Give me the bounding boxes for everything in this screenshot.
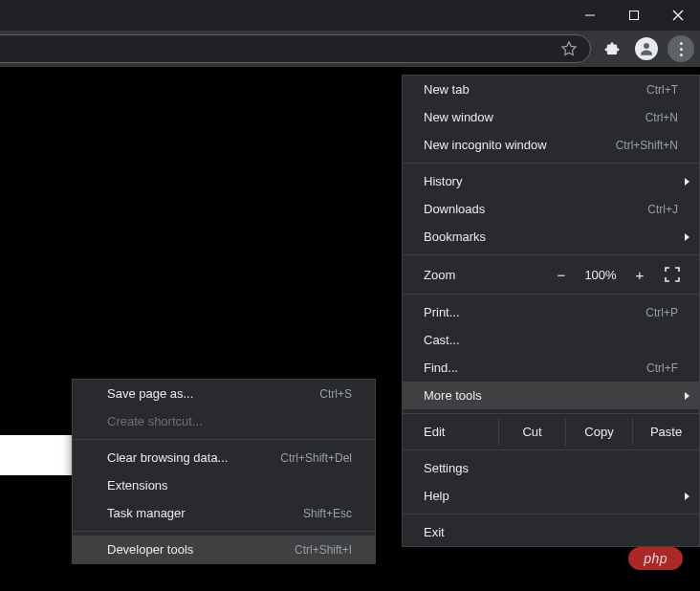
title-bar [0, 0, 700, 31]
chevron-right-icon [685, 233, 689, 241]
submenu-developer-tools[interactable]: Developer tools Ctrl+Shift+I [73, 536, 375, 563]
close-icon [672, 10, 684, 21]
menu-new-window[interactable]: New window Ctrl+N [403, 103, 699, 131]
more-vert-icon [680, 42, 683, 56]
menu-more-tools[interactable]: More tools [403, 382, 699, 409]
menu-shortcut: Ctrl+Shift+I [295, 543, 352, 557]
menu-find[interactable]: Find... Ctrl+F [403, 354, 699, 382]
menu-shortcut: Ctrl+P [645, 306, 678, 319]
menu-label: New incognito window [424, 138, 547, 152]
menu-label: Help [424, 489, 449, 503]
menu-separator [403, 514, 699, 514]
submenu-save-page[interactable]: Save page as... Ctrl+S [73, 380, 375, 407]
avatar [635, 37, 658, 60]
svg-point-4 [644, 43, 649, 49]
chevron-right-icon [685, 178, 689, 186]
minimize-icon [584, 10, 596, 21]
menu-label: History [424, 174, 462, 188]
minimize-button[interactable] [568, 0, 612, 31]
menu-label: Cast... [424, 333, 460, 347]
page-fragment [0, 435, 72, 475]
paste-button[interactable]: Paste [632, 418, 699, 446]
menu-label: Print... [424, 305, 460, 319]
menu-shortcut: Ctrl+Shift+Del [280, 451, 352, 465]
menu-shortcut: Shift+Esc [303, 507, 352, 520]
submenu-task-manager[interactable]: Task manager Shift+Esc [73, 499, 375, 527]
menu-print[interactable]: Print... Ctrl+P [403, 298, 699, 326]
menu-label: Clear browsing data... [107, 450, 228, 465]
menu-label: More tools [424, 388, 482, 403]
menu-separator [73, 439, 375, 440]
more-tools-submenu: Save page as... Ctrl+S Create shortcut..… [72, 379, 376, 564]
menu-separator [403, 163, 699, 164]
fullscreen-icon [665, 267, 680, 282]
profile-button[interactable] [633, 35, 660, 62]
menu-cast[interactable]: Cast... [403, 326, 699, 354]
fullscreen-button[interactable] [659, 265, 686, 284]
menu-shortcut: Ctrl+Shift+N [616, 139, 678, 152]
menu-zoom-row: Zoom − 100% + [403, 259, 699, 290]
menu-shortcut: Ctrl+S [319, 387, 352, 401]
menu-shortcut: Ctrl+N [645, 111, 678, 124]
menu-history[interactable]: History [403, 167, 699, 195]
menu-shortcut: Ctrl+F [646, 361, 678, 375]
menu-label: Create shortcut... [107, 414, 203, 428]
zoom-out-button[interactable]: − [546, 267, 577, 283]
menu-label: Save page as... [107, 386, 193, 401]
extensions-button[interactable] [599, 35, 625, 62]
browser-toolbar [0, 31, 700, 67]
menu-label: New window [424, 110, 493, 124]
submenu-extensions[interactable]: Extensions [73, 471, 375, 499]
watermark: php [628, 547, 683, 570]
menu-separator [73, 531, 375, 532]
star-icon [560, 40, 578, 57]
menu-separator [403, 449, 699, 450]
menu-label: Extensions [107, 478, 168, 492]
chevron-right-icon [685, 392, 689, 400]
menu-downloads[interactable]: Downloads Ctrl+J [403, 195, 699, 223]
zoom-percent: 100% [577, 268, 624, 282]
submenu-clear-browsing-data[interactable]: Clear browsing data... Ctrl+Shift+Del [73, 444, 375, 471]
menu-label: Exit [424, 525, 445, 539]
submenu-create-shortcut: Create shortcut... [73, 407, 375, 435]
omnibox[interactable] [0, 34, 591, 63]
maximize-icon [628, 10, 640, 21]
chrome-menu-button[interactable] [667, 35, 694, 62]
svg-rect-1 [630, 11, 639, 20]
chevron-right-icon [685, 492, 689, 500]
menu-help[interactable]: Help [403, 482, 699, 510]
close-button[interactable] [656, 0, 700, 31]
copy-button[interactable]: Copy [565, 418, 632, 446]
maximize-button[interactable] [612, 0, 656, 31]
edit-label: Edit [403, 418, 498, 446]
menu-label: Bookmarks [424, 230, 486, 244]
menu-exit[interactable]: Exit [403, 518, 699, 546]
menu-new-incognito[interactable]: New incognito window Ctrl+Shift+N [403, 131, 699, 159]
menu-separator [403, 413, 699, 414]
puzzle-icon [603, 40, 621, 57]
zoom-label: Zoom [424, 268, 546, 282]
bookmark-star-button[interactable] [556, 35, 582, 62]
menu-settings[interactable]: Settings [403, 454, 699, 482]
menu-shortcut: Ctrl+T [646, 83, 678, 97]
chrome-main-menu: New tab Ctrl+T New window Ctrl+N New inc… [402, 75, 700, 547]
menu-label: Find... [424, 361, 458, 375]
zoom-in-button[interactable]: + [624, 267, 655, 283]
menu-bookmarks[interactable]: Bookmarks [403, 223, 699, 251]
menu-separator [403, 294, 699, 295]
menu-label: Downloads [424, 202, 485, 216]
menu-shortcut: Ctrl+J [647, 203, 678, 216]
menu-edit-row: Edit Cut Copy Paste [403, 418, 699, 446]
cut-button[interactable]: Cut [498, 418, 565, 446]
person-icon [638, 40, 655, 57]
menu-new-tab[interactable]: New tab Ctrl+T [403, 76, 699, 103]
menu-label: Developer tools [107, 542, 193, 557]
menu-label: New tab [424, 82, 470, 97]
menu-label: Task manager [107, 506, 186, 520]
menu-label: Settings [424, 461, 469, 475]
menu-separator [403, 254, 699, 255]
